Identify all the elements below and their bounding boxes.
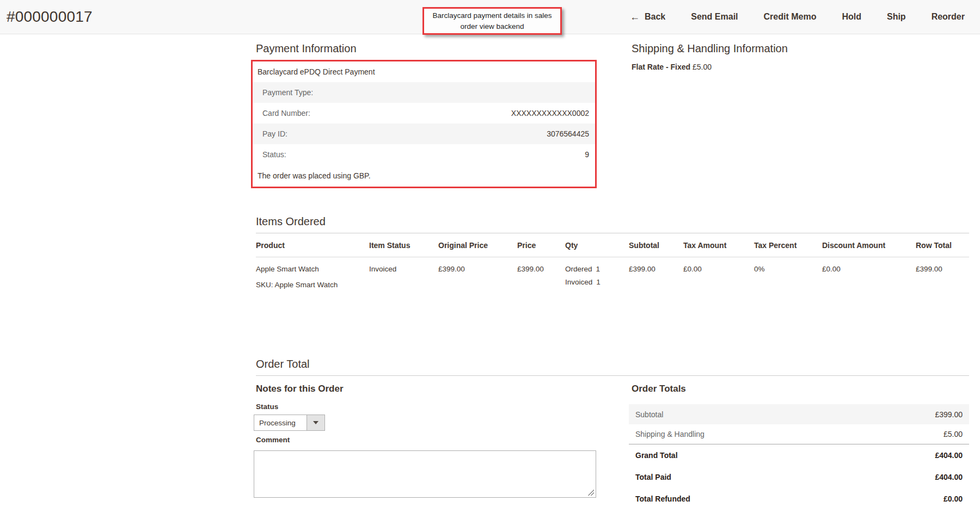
status-select-button[interactable] (307, 415, 324, 430)
shipping-handling-label: Shipping & Handling (635, 430, 705, 438)
cell-subtotal: £399.00 (629, 257, 683, 290)
annotation-callout: Barclaycard payment details in sales ord… (422, 7, 562, 35)
col-tax-percent: Tax Percent (754, 241, 822, 250)
order-currency-note: The order was placed using GBP. (253, 165, 595, 187)
order-number-title: #000000017 (7, 8, 93, 26)
qty-invoiced-line: Invoiced 1 (565, 277, 629, 288)
col-subtotal: Subtotal (629, 241, 683, 250)
payment-type-label: Payment Type: (262, 88, 313, 97)
order-total-divider (256, 375, 969, 376)
total-row-total-refunded: Total Refunded £0.00 (629, 488, 969, 507)
shipping-method-line: Flat Rate - Fixed £5.00 (632, 63, 712, 71)
product-sku: SKU: Apple Smart Watch (256, 280, 369, 290)
shipping-method-price: £5.00 (693, 63, 712, 71)
comment-field-label: Comment (256, 436, 290, 444)
payment-status-label: Status: (262, 150, 286, 159)
qty-ordered-label: Ordered (565, 264, 592, 275)
cell-price: £399.00 (517, 257, 565, 290)
shipping-information-title: Shipping & Handling Information (632, 42, 788, 55)
card-number-value: XXXXXXXXXXXX0002 (511, 109, 589, 118)
payment-status-value: 9 (585, 150, 589, 159)
send-email-button[interactable]: Send Email (691, 12, 738, 22)
order-total-title: Order Total (256, 358, 310, 370)
cell-item-status: Invoiced (369, 257, 438, 290)
cell-tax-amount: £0.00 (683, 257, 754, 290)
notes-title: Notes for this Order (256, 384, 344, 394)
back-button[interactable]: ← Back (630, 12, 665, 22)
payment-row-pay-id: Pay ID: 3076564425 (253, 123, 595, 144)
product-name: Apple Smart Watch (256, 264, 369, 275)
cell-qty: Ordered 1 Invoiced 1 (565, 257, 629, 290)
order-actions-toolbar: ← Back Send Email Credit Memo Hold Ship … (630, 12, 965, 22)
cell-discount-amount: £0.00 (822, 257, 916, 290)
total-paid-label: Total Paid (635, 473, 671, 481)
ship-button[interactable]: Ship (887, 12, 906, 22)
col-qty: Qty (565, 241, 629, 250)
pay-id-label: Pay ID: (262, 129, 287, 138)
reorder-button[interactable]: Reorder (932, 12, 965, 22)
payment-method-name: Barclaycard ePDQ Direct Payment (253, 61, 595, 82)
col-product: Product (256, 241, 369, 250)
shipping-method-name: Flat Rate - Fixed (632, 63, 690, 71)
qty-ordered-value: 1 (596, 264, 601, 275)
cell-original-price: £399.00 (438, 257, 517, 290)
hold-button[interactable]: Hold (842, 12, 861, 22)
qty-invoiced-value: 1 (596, 277, 601, 288)
payment-information-title: Payment Information (256, 42, 357, 55)
pay-id-value: 3076564425 (547, 129, 589, 138)
qty-invoiced-label: Invoiced (565, 277, 592, 288)
grand-total-value: £404.00 (935, 451, 963, 460)
credit-memo-label: Credit Memo (764, 12, 817, 22)
items-ordered-table: Product Item Status Original Price Price… (256, 241, 969, 290)
payment-row-payment-type: Payment Type: (253, 82, 595, 103)
items-ordered-title: Items Ordered (256, 215, 326, 228)
total-row-shipping: Shipping & Handling £5.00 (629, 424, 969, 444)
send-email-label: Send Email (691, 12, 738, 22)
payment-row-status: Status: 9 (253, 144, 595, 165)
col-original-price: Original Price (438, 241, 517, 250)
shipping-handling-value: £5.00 (944, 430, 963, 438)
order-totals-title: Order Totals (632, 384, 686, 394)
total-row-total-paid: Total Paid £404.00 (629, 466, 969, 488)
items-ordered-divider (256, 233, 969, 233)
status-select-value: Processing (254, 415, 307, 430)
hold-label: Hold (842, 12, 861, 22)
col-row-total: Row Total (916, 241, 969, 250)
col-item-status: Item Status (369, 241, 438, 250)
back-button-label: Back (645, 12, 665, 22)
total-refunded-value: £0.00 (944, 494, 963, 503)
total-row-grand-total: Grand Total £404.00 (629, 444, 969, 466)
cell-tax-percent: 0% (754, 257, 822, 290)
subtotal-label: Subtotal (635, 410, 663, 419)
col-tax-amount: Tax Amount (683, 241, 754, 250)
credit-memo-button[interactable]: Credit Memo (764, 12, 817, 22)
total-row-subtotal: Subtotal £399.00 (629, 404, 969, 424)
total-refunded-label: Total Refunded (635, 494, 690, 503)
payment-row-card-number: Card Number: XXXXXXXXXXXX0002 (253, 103, 595, 123)
order-totals-table: Subtotal £399.00 Shipping & Handling £5.… (629, 404, 969, 507)
cell-product: Apple Smart Watch SKU: Apple Smart Watch (256, 257, 369, 290)
comment-textarea[interactable] (254, 450, 596, 498)
total-paid-value: £404.00 (935, 473, 963, 481)
grand-total-label: Grand Total (635, 451, 678, 460)
table-row: Apple Smart Watch SKU: Apple Smart Watch… (256, 257, 969, 290)
status-field-label: Status (256, 403, 278, 411)
subtotal-value: £399.00 (935, 410, 963, 419)
items-table-header: Product Item Status Original Price Price… (256, 241, 969, 257)
card-number-label: Card Number: (262, 109, 310, 118)
ship-label: Ship (887, 12, 906, 22)
col-price: Price (517, 241, 565, 250)
cell-row-total: £399.00 (916, 257, 969, 290)
qty-ordered-line: Ordered 1 (565, 264, 629, 275)
col-discount-amount: Discount Amount (822, 241, 916, 250)
payment-information-panel: Barclaycard ePDQ Direct Payment Payment … (251, 60, 597, 188)
status-select[interactable]: Processing (254, 415, 325, 431)
reorder-label: Reorder (932, 12, 965, 22)
chevron-down-icon (313, 421, 318, 424)
back-arrow-icon: ← (630, 12, 640, 22)
